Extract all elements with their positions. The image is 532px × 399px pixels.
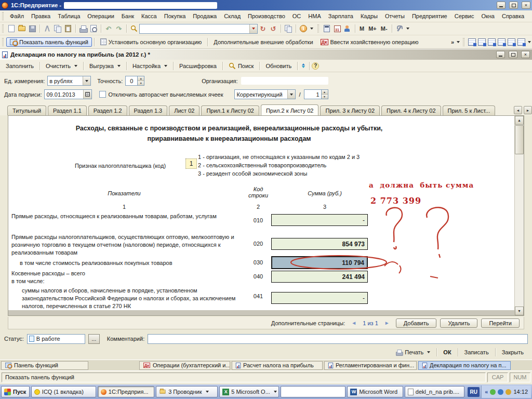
row-value-041[interactable]: -: [271, 292, 368, 304]
status-select-button[interactable]: ...: [88, 334, 100, 344]
comment-input[interactable]: [148, 334, 528, 344]
correction-dropdown-button[interactable]: [287, 90, 295, 99]
print-button[interactable]: [78, 24, 88, 33]
taskbar-item-office-group[interactable]: X 5 Microsoft O...: [219, 386, 279, 397]
info-button[interactable]: i: [299, 24, 308, 33]
window-tab-regulated-reports[interactable]: Регламентированная и фин...: [324, 361, 417, 370]
status-field[interactable]: В работе: [27, 334, 85, 344]
refresh-button[interactable]: Обновить: [262, 62, 295, 70]
taskbar-item-word[interactable]: W Microsoft Word: [347, 386, 403, 397]
memory-recall-button[interactable]: M: [357, 25, 366, 32]
find-next-button[interactable]: ↻: [258, 24, 268, 33]
decode-button[interactable]: Расшифровка: [176, 62, 220, 70]
tab-section-1-2[interactable]: Раздел 1.2: [88, 105, 127, 115]
show-function-panel-button[interactable]: Показать панель функций: [6, 37, 92, 47]
table-export-icon[interactable]: [517, 38, 525, 46]
search-button[interactable]: Поиск: [225, 61, 257, 71]
next-page-button[interactable]: ►: [382, 318, 392, 328]
save-button[interactable]: [28, 24, 37, 33]
doc-minimize-button[interactable]: [496, 51, 505, 58]
scrollbar-track[interactable]: [515, 154, 524, 307]
sheet-vertical-scrollbar[interactable]: ▲ ▼: [514, 116, 524, 315]
settings-button[interactable]: Настройка: [129, 62, 171, 70]
tabs-scroll-left-button[interactable]: ◄: [514, 106, 522, 114]
undo-button[interactable]: ↶: [104, 24, 113, 33]
close-button[interactable]: ×: [522, 2, 530, 9]
clear-button[interactable]: Очистить: [42, 62, 81, 70]
external-processing-button[interactable]: Дополнительные внешние обработки: [210, 37, 316, 47]
combobox-dropdown-button[interactable]: [249, 24, 257, 33]
previous-page-button[interactable]: ◄: [349, 318, 359, 328]
unit-dropdown-button[interactable]: [83, 76, 90, 85]
tray-collapse-icon[interactable]: «: [485, 389, 488, 395]
find-previous-button[interactable]: ↺: [269, 24, 278, 33]
menu-item-operations[interactable]: Операции: [84, 11, 117, 21]
menu-item-table[interactable]: Таблица: [54, 11, 84, 21]
close-doc-button[interactable]: Закрыть: [498, 348, 528, 356]
menu-item-purchase[interactable]: Покупка: [161, 11, 190, 21]
table-totals-icon[interactable]: [468, 38, 476, 46]
cut-button[interactable]: [43, 24, 52, 33]
doc-close-button[interactable]: ×: [521, 51, 530, 58]
search-combobox[interactable]: [139, 24, 258, 34]
menu-item-nma[interactable]: НМА: [304, 11, 324, 21]
add-page-button[interactable]: Добавить: [396, 318, 437, 328]
start-button[interactable]: Пуск: [1, 386, 30, 397]
set-main-organization-button[interactable]: Установить основную организацию: [97, 37, 206, 47]
calendar-button[interactable]: 31: [332, 24, 342, 33]
toolbar-overflow-button[interactable]: »: [450, 39, 455, 45]
taskbar-item-icq[interactable]: ICQ (1 вкладка): [31, 386, 96, 397]
maximize-button[interactable]: [509, 2, 518, 9]
user-lock-button[interactable]: [343, 24, 352, 33]
redo-button[interactable]: ↷: [114, 24, 124, 33]
windows-button[interactable]: [284, 24, 293, 33]
service-dropdown-icon[interactable]: [406, 28, 409, 30]
menu-item-windows[interactable]: Окна: [477, 11, 498, 21]
table-header-icon[interactable]: [478, 38, 486, 46]
tab-section-1-3[interactable]: Раздел 1.3: [129, 105, 168, 115]
precision-field[interactable]: 0: [125, 76, 138, 86]
menu-item-enterprise[interactable]: Предприятие: [408, 11, 451, 21]
taskbar-item-1c[interactable]: 1С:Предприя...: [98, 386, 154, 397]
tab-appendix-2[interactable]: Прил.2 к Листу 02: [261, 104, 319, 115]
tab-sheet-02[interactable]: Лист 02: [169, 105, 200, 115]
tabs-scroll-right-button[interactable]: ►: [524, 106, 532, 114]
menu-item-salary[interactable]: Зарплата: [325, 11, 357, 21]
tab-appendix-1[interactable]: Прил.1 к Листу 02: [201, 105, 259, 115]
memory-subtract-button[interactable]: M-: [379, 25, 390, 32]
row-value-010[interactable]: -: [271, 214, 368, 226]
taskbar-item-redacted[interactable]: [281, 386, 345, 397]
scrollbar-thumb[interactable]: [515, 125, 524, 154]
tab-appendix-5[interactable]: Прил. 5 к Лист...: [443, 105, 496, 115]
scroll-down-button[interactable]: ▼: [515, 307, 524, 315]
doc-restore-button[interactable]: [509, 51, 517, 58]
find-button[interactable]: [129, 24, 139, 33]
menu-item-os[interactable]: ОС: [289, 11, 305, 21]
window-tab-function-panel[interactable]: Панель функций: [1, 361, 88, 370]
autocalc-checkbox[interactable]: [99, 91, 106, 98]
table-list-icon[interactable]: [508, 38, 515, 46]
info-dropdown-icon[interactable]: [310, 28, 313, 30]
sign-date-field[interactable]: 09.01.2013: [44, 89, 92, 99]
table-sections-icon[interactable]: [498, 38, 506, 46]
menu-item-reports[interactable]: Отчеты: [381, 11, 408, 21]
menu-item-bank[interactable]: Банк: [118, 11, 138, 21]
tray-icon-blue[interactable]: [498, 389, 503, 395]
service-settings-button[interactable]: [395, 24, 404, 33]
fill-button[interactable]: Заполнить: [2, 62, 37, 70]
open-button[interactable]: [17, 24, 26, 33]
tab-appendix-3[interactable]: Прил. 3 к Листу 02: [320, 105, 380, 115]
sort-button[interactable]: [300, 62, 307, 69]
window-tab-tax-calc[interactable]: Расчет налога на прибыль: [232, 361, 323, 370]
row-value-040[interactable]: 241 494: [271, 271, 368, 283]
copy-button[interactable]: [53, 24, 62, 33]
scroll-up-button[interactable]: ▲: [515, 116, 524, 125]
language-indicator[interactable]: RU: [468, 387, 480, 397]
window-tab-declaration[interactable]: Декларация по налогу на п...: [418, 361, 511, 370]
menu-item-warehouse[interactable]: Склад: [220, 11, 244, 21]
correction-number-spinner[interactable]: ▲▼: [322, 89, 328, 99]
correction-combobox[interactable]: Корректирующий: [234, 89, 296, 99]
new-document-button[interactable]: [7, 24, 16, 33]
row-value-020[interactable]: 854 973: [271, 238, 368, 250]
print-button-bottom[interactable]: Печать: [391, 348, 434, 357]
